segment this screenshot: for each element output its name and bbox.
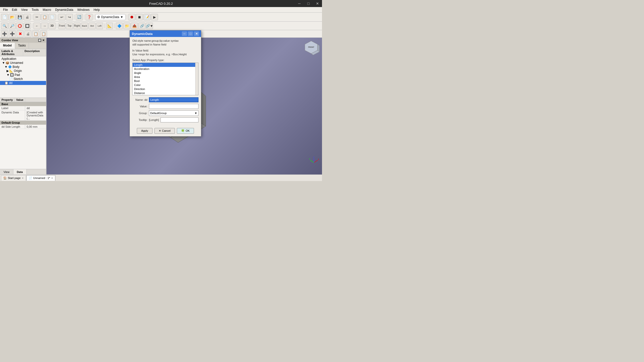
- copy-property-btn[interactable]: 🖨: [24, 31, 31, 37]
- stop-btn[interactable]: ⏹: [136, 14, 143, 20]
- menu-view[interactable]: View: [19, 8, 30, 12]
- left-btn[interactable]: Left: [96, 23, 103, 29]
- value-input[interactable]: [149, 104, 198, 109]
- expand-pad-icon: ▼: [7, 73, 10, 77]
- record-btn[interactable]: ⏺: [128, 14, 135, 20]
- export-btn[interactable]: 📤: [131, 23, 138, 29]
- prop-row-sidelength[interactable]: dd Side Length 0,00 mm: [0, 125, 46, 129]
- close-button[interactable]: ✕: [313, 0, 322, 7]
- dialog-maximize-btn[interactable]: □: [188, 31, 193, 36]
- value-label: Value:: [132, 105, 147, 108]
- apply-button[interactable]: Apply: [137, 128, 152, 134]
- view-tab[interactable]: View: [0, 169, 13, 174]
- draw-style-btn[interactable]: ⭕: [16, 23, 23, 29]
- ok-button[interactable]: 🍀 OK: [177, 128, 194, 134]
- tree-origin[interactable]: ▶ 📐 Origin: [0, 69, 46, 73]
- menu-windows[interactable]: Windows: [75, 8, 92, 12]
- measure-btn[interactable]: 📐: [106, 23, 113, 29]
- fit-all-btn[interactable]: 🔍: [1, 23, 8, 29]
- copy-btn[interactable]: 📋: [41, 14, 48, 20]
- type-enumeration[interactable]: Enumeration: [133, 95, 198, 95]
- tree-sketch[interactable]: 📄 Sketch: [0, 77, 46, 81]
- 3d-btn[interactable]: 3D: [49, 23, 56, 29]
- name-input[interactable]: [149, 97, 198, 102]
- dialog-close-btn[interactable]: ✕: [194, 31, 199, 36]
- workbench-dropdown[interactable]: ⚙ DynamicData ▼: [95, 14, 126, 20]
- tab-tasks[interactable]: Tasks: [15, 43, 29, 49]
- link-btn[interactable]: 🔗: [138, 23, 145, 29]
- open-btn[interactable]: 📂: [9, 14, 16, 20]
- tab-model[interactable]: Model: [0, 43, 15, 49]
- menu-tools[interactable]: Tools: [30, 8, 41, 12]
- menu-dynamicdata[interactable]: DynamicData: [53, 8, 75, 12]
- help-btn[interactable]: ❓: [86, 14, 93, 20]
- type-distance[interactable]: Distance: [133, 91, 198, 95]
- arrow-btn[interactable]: ▶: [151, 14, 158, 20]
- unnamed-tab-close[interactable]: ✕: [51, 177, 53, 179]
- group-select[interactable]: DefaultGroup ▼: [149, 110, 198, 116]
- menu-help[interactable]: Help: [92, 8, 102, 12]
- print-btn[interactable]: 🖨: [24, 14, 31, 20]
- add-property-btn[interactable]: ➕: [9, 31, 16, 37]
- right-btn[interactable]: Right: [73, 23, 80, 29]
- tooltip-row: Tooltip: [Length]: [132, 117, 198, 122]
- refresh-btn[interactable]: 🔄: [76, 14, 83, 20]
- property-type-list[interactable]: Length Acceleration Angle Area Bool Colo…: [132, 63, 198, 95]
- type-direction[interactable]: Direction: [133, 87, 198, 91]
- folder-btn[interactable]: 📁: [123, 23, 130, 29]
- sep2: [57, 15, 57, 20]
- paste-property-btn[interactable]: 📋: [32, 31, 39, 37]
- navigation-cube[interactable]: FRONT: [302, 40, 320, 57]
- minimize-button[interactable]: ─: [295, 0, 304, 7]
- type-length[interactable]: Length: [133, 63, 198, 67]
- front-btn[interactable]: Front: [58, 23, 65, 29]
- add-container-btn[interactable]: ➕: [1, 31, 8, 37]
- prop-row-dyndata[interactable]: Dynamic Data [Created with DynamicData (…: [0, 110, 46, 121]
- bottom-btn[interactable]: Bot: [89, 23, 96, 29]
- tab-start-page[interactable]: 🏠 Start page ✕: [1, 175, 26, 181]
- top-btn[interactable]: Top: [66, 23, 73, 29]
- tree-body[interactable]: ▼ 🔷 Body: [0, 65, 46, 69]
- cancel-button[interactable]: ✕ Cancel: [154, 128, 175, 134]
- bbox-btn[interactable]: 🔲: [24, 23, 31, 29]
- new-btn[interactable]: 📄: [1, 14, 8, 20]
- panel-detach-icon[interactable]: 🔲: [38, 39, 42, 42]
- redo-btn[interactable]: ↪: [66, 14, 73, 20]
- back-btn[interactable]: ←: [33, 23, 41, 29]
- prop-row-label[interactable]: Label dd: [0, 106, 46, 110]
- remove-property-btn[interactable]: ✖: [17, 31, 24, 37]
- linkmore-btn[interactable]: 🔗▼: [146, 23, 153, 29]
- forward-btn[interactable]: →: [41, 23, 48, 29]
- fit-sel-btn[interactable]: 🔎: [9, 23, 16, 29]
- tree-unnamed[interactable]: ▼ 📦 Unnamed: [0, 61, 46, 65]
- menu-file[interactable]: File: [1, 8, 10, 12]
- cut-btn[interactable]: ✂: [33, 14, 41, 20]
- prop-col-name: Property: [0, 98, 15, 102]
- menu-macro[interactable]: Macro: [41, 8, 53, 12]
- type-angle[interactable]: Angle: [133, 71, 198, 75]
- import-btn[interactable]: 📋: [40, 31, 47, 37]
- type-acceleration[interactable]: Acceleration: [133, 67, 198, 71]
- type-bool[interactable]: Bool: [133, 79, 198, 83]
- dialog-minimize-btn[interactable]: ─: [182, 31, 187, 36]
- menu-edit[interactable]: Edit: [10, 8, 19, 12]
- type-list-scrollbar[interactable]: [195, 63, 198, 95]
- tree-pad[interactable]: ▼ 🔲 Pad: [0, 73, 46, 77]
- tree-dd[interactable]: 📋 dd: [0, 81, 46, 85]
- start-page-close[interactable]: ✕: [22, 177, 24, 179]
- paste-btn[interactable]: 📄: [49, 14, 56, 20]
- save-btn[interactable]: 💾: [16, 14, 23, 20]
- maximize-button[interactable]: □: [304, 0, 313, 7]
- undo-btn[interactable]: ↩: [58, 14, 65, 20]
- part-btn[interactable]: 🔷: [116, 23, 123, 29]
- tooltip-extra-input[interactable]: [160, 117, 198, 122]
- type-area[interactable]: Area: [133, 75, 198, 79]
- tab-unnamed[interactable]: 📄 Unnamed : 1* ✕: [26, 175, 55, 181]
- left-panel: Combo View 🔲 ✕ Model Tasks Labels & Attr…: [0, 38, 47, 174]
- combo-view-tabs: Model Tasks: [0, 43, 46, 49]
- type-color[interactable]: Color: [133, 83, 198, 87]
- data-tab[interactable]: Data: [13, 169, 27, 174]
- back-view-btn[interactable]: Back: [81, 23, 88, 29]
- panel-close-icon[interactable]: ✕: [42, 39, 45, 42]
- script-btn[interactable]: 📝: [143, 14, 150, 20]
